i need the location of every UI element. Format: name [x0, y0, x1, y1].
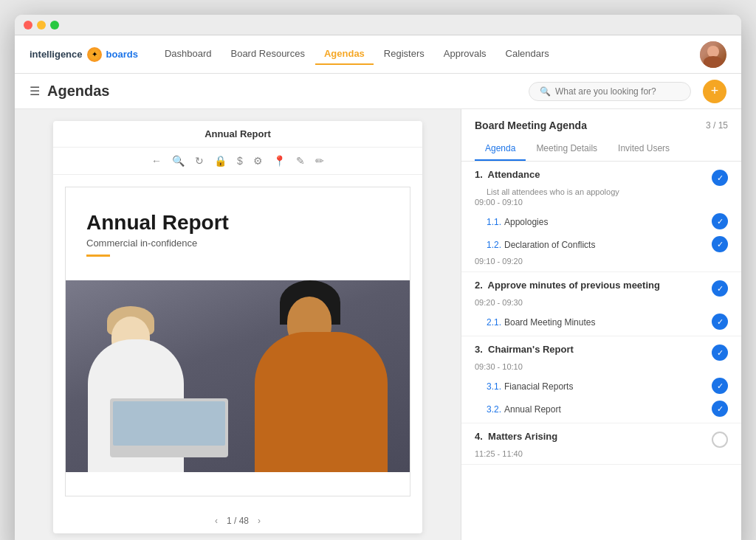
tab-meeting-details[interactable]: Meeting Details [526, 139, 608, 161]
lock-icon[interactable]: 🔒 [214, 155, 227, 167]
hamburger-icon[interactable]: ☰ [30, 84, 40, 98]
nav-agendas[interactable]: Agendas [315, 44, 374, 65]
sub-item-2-1-check[interactable]: ✓ [712, 314, 728, 330]
document-page: Annual Report Commercial in-confidence [65, 187, 410, 496]
rotate-icon[interactable]: ↻ [195, 155, 204, 167]
logo-sun-icon: ✦ [87, 47, 102, 62]
agenda-item-1-check[interactable]: ✓ [712, 170, 728, 186]
sub-item-3-2-check[interactable]: ✓ [712, 401, 728, 417]
doc-accent-bar [86, 255, 110, 257]
agenda-item-3-check[interactable]: ✓ [712, 345, 728, 361]
user-avatar[interactable] [700, 41, 726, 68]
search-input[interactable] [555, 86, 680, 97]
maximize-button[interactable] [50, 21, 59, 30]
sub-item-3-1-check[interactable]: ✓ [712, 378, 728, 394]
page-title: Agendas [47, 83, 529, 100]
agenda-item-1-sub-time: 09:10 - 09:20 [475, 257, 728, 266]
person-foreground [247, 288, 395, 472]
sub-item-2-1-title: 2.1.Board Meeting Minutes [487, 315, 595, 328]
add-button[interactable]: + [703, 80, 726, 103]
close-button[interactable] [24, 21, 32, 30]
laptop-image [110, 398, 228, 457]
agenda-item-3-title: 3. Chairman's Report [475, 344, 574, 355]
agenda-sub-item-2-1: 2.1.Board Meeting Minutes ✓ [475, 310, 728, 333]
app-window: intelligence ✦ boards Dashboard Board Re… [15, 15, 741, 540]
agenda-item-1-header: 1. Attendance ✓ [475, 169, 728, 186]
sub-item-1-2-check[interactable]: ✓ [712, 236, 728, 252]
prev-page-button[interactable]: ‹ [215, 516, 218, 526]
agenda-item-3-header: 3. Chairman's Report ✓ [475, 344, 728, 361]
agenda-tabs: Agenda Meeting Details Invited Users [475, 139, 728, 161]
document-title-bar: Annual Report [53, 121, 422, 148]
agenda-header: Board Meeting Agenda 3 / 15 Agenda Meeti… [461, 109, 741, 162]
agenda-item-1-desc: List all attendees who is an appology [487, 187, 728, 196]
agenda-count: 3 / 15 [706, 120, 728, 131]
laptop-screen [113, 401, 225, 446]
agenda-sub-item-1-2: 1.2.Declaration of Conflicts ✓ [475, 232, 728, 255]
sub-item-1-1-title: 1.1.Appologies [487, 215, 548, 228]
agenda-header-top: Board Meeting Agenda 3 / 15 [475, 120, 728, 131]
pencil-icon[interactable]: ✏ [315, 155, 324, 167]
nav-right [700, 41, 726, 68]
settings-icon[interactable]: ⚙ [253, 155, 263, 167]
agenda-item-2-header: 2. Approve minutes of previous meeting ✓ [475, 280, 728, 297]
search-icon: 🔍 [540, 86, 551, 97]
nav-calendars[interactable]: Calendars [497, 44, 558, 65]
agenda-sub-item-3-1: 3.1.Fianacial Reports ✓ [475, 374, 728, 397]
agenda-item-4-header: 4. Matters Arising [475, 431, 728, 448]
logo[interactable]: intelligence ✦ boards [30, 47, 138, 62]
page-number: 1 / 48 [227, 516, 249, 526]
document-card: Annual Report ← 🔍 ↻ 🔒 $ ⚙ 📍 ✎ ✏ Annual R… [53, 121, 422, 533]
nav-approvals[interactable]: Approvals [435, 44, 495, 65]
agenda-panel-title: Board Meeting Agenda [475, 120, 587, 131]
agenda-sub-item-3-2: 3.2.Annual Report ✓ [475, 397, 728, 420]
traffic-lights [24, 21, 59, 30]
agenda-body: 1. Attendance ✓ List all attendees who i… [461, 162, 741, 540]
main-content: Annual Report ← 🔍 ↻ 🔒 $ ⚙ 📍 ✎ ✏ Annual R… [15, 109, 741, 540]
agenda-item-2-time: 09:20 - 09:30 [475, 298, 728, 307]
sub-item-3-2-title: 3.2.Annual Report [487, 402, 561, 415]
title-bar [15, 15, 741, 35]
agenda-item-1: 1. Attendance ✓ List all attendees who i… [461, 162, 741, 272]
document-toolbar: ← 🔍 ↻ 🔒 $ ⚙ 📍 ✎ ✏ [53, 148, 422, 175]
nav-links: Dashboard Board Resources Agendas Regist… [156, 44, 700, 65]
logo-text-boards: boards [106, 49, 138, 60]
minimize-button[interactable] [37, 21, 46, 30]
dollar-icon[interactable]: $ [237, 155, 243, 167]
zoom-icon[interactable]: 🔍 [172, 155, 185, 167]
logo-text-intelligence: intelligence [30, 49, 83, 60]
sub-item-1-2-title: 1.2.Declaration of Conflicts [487, 238, 595, 251]
brush-icon[interactable]: ✎ [296, 155, 305, 167]
agenda-panel: Board Meeting Agenda 3 / 15 Agenda Meeti… [461, 109, 741, 540]
document-pagination: ‹ 1 / 48 › [53, 508, 422, 533]
page-header: ☰ Agendas 🔍 + [15, 74, 741, 109]
location-icon[interactable]: 📍 [273, 155, 286, 167]
agenda-item-4-time: 11:25 - 11:40 [475, 449, 728, 458]
share-icon[interactable]: ← [151, 155, 162, 167]
agenda-sub-item-1-1: 1.1.Appologies ✓ [475, 210, 728, 232]
agenda-item-4: 4. Matters Arising 11:25 - 11:40 [461, 423, 741, 465]
agenda-item-2-check[interactable]: ✓ [712, 280, 728, 297]
person-fg-body [255, 332, 388, 472]
doc-annual-title: Annual Report [86, 211, 389, 235]
agenda-item-1-title: 1. Attendance [475, 169, 540, 180]
agenda-item-3-time: 09:30 - 10:10 [475, 362, 728, 371]
navbar: intelligence ✦ boards Dashboard Board Re… [15, 35, 741, 74]
nav-board-resources[interactable]: Board Resources [221, 44, 313, 65]
document-viewer: Annual Report ← 🔍 ↻ 🔒 $ ⚙ 📍 ✎ ✏ Annual R… [15, 109, 461, 540]
doc-subtitle: Commercial in-confidence [86, 238, 389, 249]
agenda-item-4-check[interactable] [712, 432, 728, 448]
avatar-image [700, 41, 726, 68]
agenda-item-1-time: 09:00 - 09:10 [475, 198, 728, 207]
tab-invited-users[interactable]: Invited Users [608, 139, 680, 161]
agenda-item-3: 3. Chairman's Report ✓ 09:30 - 10:10 3.1… [461, 336, 741, 423]
nav-registers[interactable]: Registers [375, 44, 433, 65]
nav-dashboard[interactable]: Dashboard [156, 44, 221, 65]
search-bar[interactable]: 🔍 [529, 82, 691, 101]
document-content: Annual Report Commercial in-confidence [53, 175, 422, 508]
agenda-item-2: 2. Approve minutes of previous meeting ✓… [461, 272, 741, 336]
tab-agenda[interactable]: Agenda [475, 139, 526, 161]
sub-item-1-1-check[interactable]: ✓ [712, 213, 728, 229]
document-image [66, 280, 410, 472]
next-page-button[interactable]: › [258, 516, 261, 526]
